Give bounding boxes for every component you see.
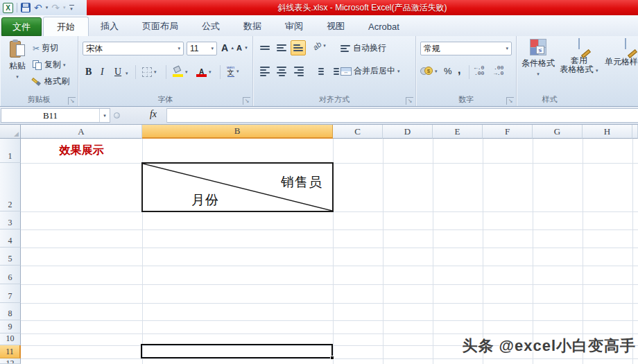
format-painter-button[interactable]: 格式刷 <box>33 76 69 87</box>
copy-button[interactable]: 复制 ▾ <box>33 59 66 71</box>
redo-dropdown-icon[interactable]: ▾ <box>63 5 66 10</box>
redo-icon[interactable]: ↷ <box>51 3 60 12</box>
decrease-decimal-button[interactable]: .00→.0 <box>494 65 503 76</box>
align-right-button[interactable] <box>291 64 306 79</box>
orientation-button[interactable]: ab ▾ <box>313 42 326 50</box>
grow-font-button[interactable]: A▲ <box>221 42 234 53</box>
row-header-5[interactable]: 5 <box>0 248 21 266</box>
format-as-table-button[interactable]: 套用 表格格式 ▾ <box>560 39 598 75</box>
column-header-e[interactable]: E <box>433 125 483 139</box>
align-top-button[interactable] <box>257 40 273 55</box>
cell-styles-button[interactable]: 单元格样式 <box>601 39 638 68</box>
tab-review[interactable]: 审阅 <box>273 20 315 33</box>
wrap-text-button[interactable]: 自动换行 <box>340 42 386 54</box>
merge-center-button[interactable]: ↔ 合并后居中 ▾ <box>340 65 400 77</box>
window-title-area[interactable]: 斜线表头.xlsx - Microsoft Excel(产品激活失败) <box>87 0 638 15</box>
phonetic-guide-button[interactable]: wén 文 ▾ <box>227 65 239 77</box>
column-header-g[interactable]: G <box>533 125 583 139</box>
gridline <box>21 266 638 266</box>
column-header-f[interactable]: F <box>483 125 533 139</box>
undo-dropdown-icon[interactable]: ▾ <box>46 5 49 10</box>
font-size-dropdown-icon: ▾ <box>211 46 214 51</box>
conditional-formatting-button[interactable]: ≶ 条件格式 ▾ <box>518 39 558 77</box>
font-name-combo[interactable]: 宋体 ▾ <box>83 42 184 55</box>
column-header-h[interactable]: H <box>583 125 632 139</box>
qat-customize-button[interactable]: ▾ <box>69 5 74 10</box>
italic-button[interactable]: I <box>101 67 104 78</box>
undo-icon[interactable]: ↶ <box>34 3 42 12</box>
decrease-indent-button[interactable] <box>311 64 327 79</box>
row-header-1[interactable]: 1 <box>0 139 21 163</box>
row-header-9[interactable]: 9 <box>0 320 21 333</box>
paste-dropdown-icon: ▾ <box>16 74 19 80</box>
tab-formulas[interactable]: 公式 <box>190 20 232 33</box>
merge-center-icon: ↔ <box>340 67 352 76</box>
column-header-c[interactable]: C <box>333 125 383 139</box>
row-header-6[interactable]: 6 <box>0 266 21 284</box>
formula-input[interactable] <box>167 108 638 123</box>
save-icon[interactable] <box>21 3 31 12</box>
font-dialog-launcher[interactable]: ↘ <box>243 97 250 105</box>
paste-button[interactable]: 粘贴 ▾ <box>4 40 31 93</box>
tab-page-layout[interactable]: 页面布局 <box>130 20 190 33</box>
copy-icon <box>33 60 42 70</box>
shrink-font-button[interactable]: A▼ <box>236 44 248 52</box>
name-box[interactable]: B11 ▾ <box>1 108 110 123</box>
accounting-format-button[interactable]: $ ▾ <box>420 66 438 76</box>
formula-bar-grip[interactable] <box>114 112 120 119</box>
fill-handle[interactable] <box>330 356 334 360</box>
column-header-b-selected[interactable]: B <box>142 125 333 139</box>
font-size-combo[interactable]: 11 ▾ <box>187 42 217 55</box>
tab-acrobat[interactable]: Acrobat <box>356 21 411 32</box>
row-header-4[interactable]: 4 <box>0 229 21 248</box>
row-header-12-partial[interactable]: 12 <box>0 358 21 364</box>
tab-view[interactable]: 视图 <box>315 20 356 33</box>
tab-data[interactable]: 数据 <box>232 20 273 33</box>
row-header-8[interactable]: 8 <box>0 303 21 320</box>
alignment-dialog-launcher[interactable]: ↘ <box>406 97 413 105</box>
gridline <box>483 139 483 364</box>
font-color-button[interactable]: A ▾ <box>196 67 212 77</box>
gridline <box>533 139 533 364</box>
row-header-10[interactable]: 10 <box>0 333 21 345</box>
tab-file[interactable]: 文件 <box>1 17 42 36</box>
row-header-11-selected[interactable]: 11 <box>0 345 21 358</box>
insert-function-button[interactable]: fx <box>144 109 162 122</box>
increase-indent-button[interactable] <box>327 64 342 79</box>
align-middle-button[interactable] <box>274 40 289 55</box>
tab-insert[interactable]: 插入 <box>89 20 130 33</box>
row-header-3[interactable]: 3 <box>0 211 21 229</box>
bold-button[interactable]: B <box>85 67 92 78</box>
underline-dropdown-icon[interactable]: ▾ <box>126 71 128 76</box>
comma-style-button[interactable]: , <box>458 64 460 76</box>
tab-home-active[interactable]: 开始 <box>43 17 89 36</box>
conditional-formatting-icon: ≶ <box>530 39 546 55</box>
window-title: 斜线表头.xlsx - Microsoft Excel(产品激活失败) <box>277 2 447 14</box>
number-dialog-launcher[interactable]: ↘ <box>506 97 514 105</box>
fill-color-button[interactable]: ▾ <box>173 67 188 77</box>
borders-button[interactable]: ▾ <box>142 67 157 77</box>
column-header-d[interactable]: D <box>383 125 433 139</box>
underline-button[interactable]: U <box>114 67 121 78</box>
cell-b2-diagonal-header[interactable]: 销售员 月份 <box>141 162 334 212</box>
gridline <box>433 139 433 364</box>
column-header-partial[interactable] <box>632 125 638 139</box>
number-format-combo[interactable]: 常规 ▾ <box>420 42 512 55</box>
increase-decimal-button[interactable]: ←.0.00 <box>474 65 484 76</box>
diagonal-label-salesperson: 销售员 <box>281 173 322 191</box>
selected-cell-b11[interactable] <box>141 344 333 358</box>
phonetic-dropdown-icon: ▾ <box>236 69 239 74</box>
column-header-a[interactable]: A <box>21 125 142 139</box>
select-all-corner[interactable]: ◢ <box>0 125 21 139</box>
cell-a1[interactable]: 效果展示 <box>21 139 142 163</box>
excel-app-icon[interactable]: X <box>3 3 13 13</box>
cut-button[interactable]: ✂ 剪切 <box>33 42 58 54</box>
align-center-button[interactable] <box>274 64 289 79</box>
row-header-7[interactable]: 7 <box>0 284 21 303</box>
align-bottom-button[interactable] <box>291 40 306 55</box>
row-header-2[interactable]: 2 <box>0 163 21 211</box>
align-left-button[interactable] <box>257 64 273 79</box>
name-box-dropdown-icon[interactable]: ▾ <box>99 109 110 122</box>
percent-style-button[interactable]: % <box>444 66 452 76</box>
clipboard-dialog-launcher[interactable]: ↘ <box>68 97 76 105</box>
